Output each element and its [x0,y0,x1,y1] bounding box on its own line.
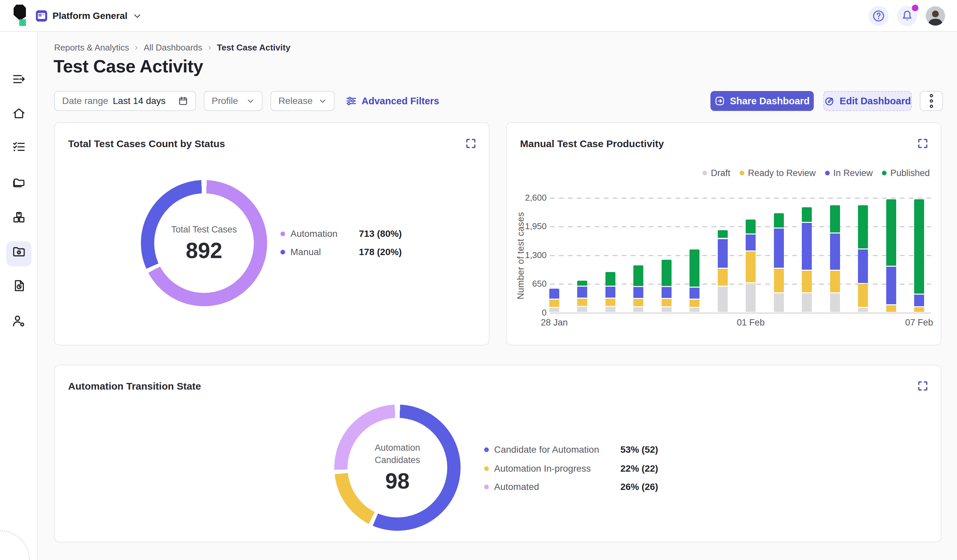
profile-label: Profile [212,96,238,106]
bar-segment-draft[interactable] [662,307,671,312]
bar-segment-draft[interactable] [830,293,840,312]
legend-item-automation[interactable]: Automation 713 (80%) [280,227,466,240]
bar-segment-in-review[interactable] [605,287,615,297]
y-tick-label: 0 [504,308,546,318]
date-range-filter[interactable]: Date range Last 14 days [54,91,196,111]
legend-dot [484,466,489,471]
transition-donut-chart[interactable]: Automation Candidates 98 [334,405,461,531]
bar-segment-draft[interactable] [718,287,728,312]
bar-segment-draft[interactable] [802,293,812,312]
legend-dot [280,232,285,236]
bar-segment-in-review[interactable] [746,235,756,251]
bar-segment-ready-to-review[interactable] [690,300,700,307]
bar-segment-in-review[interactable] [577,287,587,297]
bar-segment-published[interactable] [914,199,924,293]
bar-segment-ready-to-review[interactable] [886,305,896,312]
page-title: Test Case Activity [54,56,203,76]
app-logo-icon[interactable] [12,4,27,28]
bar-segment-ready-to-review[interactable] [633,299,643,306]
bar-segment-draft[interactable] [633,307,643,312]
bar-segment-ready-to-review[interactable] [830,271,840,292]
help-button[interactable] [869,6,889,26]
notifications-button[interactable] [897,6,917,26]
bar-segment-published[interactable] [746,219,756,233]
bar-segment-published[interactable] [577,281,587,286]
bar-segment-published[interactable] [718,230,728,238]
more-options-button[interactable] [920,91,943,111]
profile-filter[interactable]: Profile [204,91,262,111]
legend-item-automated[interactable]: Automated 26% (26) [484,480,750,494]
bar-segment-draft[interactable] [690,308,700,312]
bar-segment-published[interactable] [662,260,671,286]
bar-segment-ready-to-review[interactable] [774,269,784,292]
legend-item-inprogress[interactable]: Automation In-progress 22% (22) [484,462,750,475]
legend-item-manual[interactable]: Manual 178 (20%) [280,246,466,259]
expand-icon[interactable] [465,137,477,150]
edit-pencil-icon [824,96,835,106]
bar-segment-published[interactable] [858,205,868,248]
bar-segment-published[interactable] [774,213,784,227]
bar-segment-published[interactable] [830,205,840,232]
bar-segment-published[interactable] [886,199,896,266]
bar-segment-in-review[interactable] [914,295,924,306]
notification-badge [912,5,918,11]
bar-segment-ready-to-review[interactable] [662,299,671,306]
bar-segment-draft[interactable] [605,307,615,312]
expand-icon[interactable] [917,380,929,392]
user-avatar[interactable] [926,6,945,25]
bar-segment-published[interactable] [802,207,812,222]
breadcrumb: Reports & Analytics All Dashboards Test … [54,43,291,53]
bar-segment-published[interactable] [605,272,615,286]
boxes-icon[interactable] [12,210,26,224]
bar-segment-draft[interactable] [774,293,784,312]
bar-segment-in-review[interactable] [830,233,840,270]
suites-folder-icon[interactable] [12,175,26,189]
bar-segment-in-review[interactable] [858,249,868,282]
bar-segment-in-review[interactable] [662,287,671,298]
gridline [550,198,931,199]
bar-segment-ready-to-review[interactable] [549,300,559,307]
bar-segment-draft[interactable] [577,307,587,312]
bar-segment-ready-to-review[interactable] [577,298,587,306]
advanced-filters-label: Advanced Filters [362,96,439,107]
bar-segment-in-review[interactable] [886,267,896,304]
folder-gear-icon[interactable] [12,245,26,259]
home-icon[interactable] [12,106,26,120]
bar-segment-ready-to-review[interactable] [802,271,812,292]
checklist-icon[interactable] [12,140,26,154]
bar-segment-in-review[interactable] [802,223,812,270]
bar-segment-draft[interactable] [549,308,559,312]
report-document-icon[interactable] [12,279,26,293]
bar-segment-in-review[interactable] [690,288,700,298]
bar-segment-in-review[interactable] [549,289,559,298]
release-filter[interactable]: Release [270,91,335,111]
legend-label: Manual [291,247,321,257]
bar-segment-ready-to-review[interactable] [914,307,924,312]
edit-dashboard-button[interactable]: Edit Dashboard [823,91,912,111]
bar-segment-ready-to-review[interactable] [858,284,868,307]
kebab-dot [930,94,933,97]
user-gear-icon[interactable] [12,314,26,328]
share-dashboard-button[interactable]: Share Dashboard [711,91,814,111]
advanced-filters-button[interactable]: Advanced Filters [346,91,439,111]
bar-segment-in-review[interactable] [718,239,728,268]
card-total-test-cases: Total Test Cases Count by Status Total T… [54,122,490,345]
bar-segment-ready-to-review[interactable] [605,298,615,306]
breadcrumb-reports-analytics[interactable]: Reports & Analytics [54,43,129,53]
x-tick-label: 28 Jan [528,317,581,328]
expand-sidebar-icon[interactable] [12,73,26,86]
legend-item-candidate[interactable]: Candidate for Automation 53% (52) [484,443,750,456]
bar-segment-ready-to-review[interactable] [718,269,728,286]
bar-segment-in-review[interactable] [774,229,784,268]
card-title: Automation Transition State [68,381,201,392]
breadcrumb-all-dashboards[interactable]: All Dashboards [144,43,202,53]
bar-segment-draft[interactable] [858,308,868,312]
bar-segment-in-review[interactable] [633,287,643,298]
bar-segment-draft[interactable] [746,283,756,312]
chevron-down-icon [246,97,254,105]
project-selector[interactable]: Platform General [36,5,142,27]
bar-segment-published[interactable] [633,265,643,286]
bar-segment-published[interactable] [690,249,700,287]
bar-segment-ready-to-review[interactable] [746,251,756,282]
status-donut-chart[interactable]: Total Test Cases 892 [141,180,267,306]
